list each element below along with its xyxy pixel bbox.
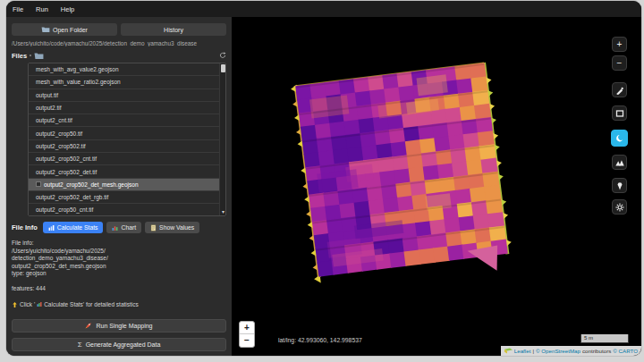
file-name: output2_crop502_det_mesh.geojson	[44, 181, 139, 188]
file-name: output2_crop502_cnt.tif	[36, 156, 97, 162]
cursor-coordinates: lat/lng: 42.993060, 142.998537	[278, 337, 362, 343]
file-row[interactable]: output2_crop502_det.tif	[29, 165, 219, 178]
gear-icon	[615, 203, 624, 212]
hint-suffix: Calculate Stats' for detailed statistics	[44, 301, 139, 307]
open-folder-label: Open Folder	[53, 27, 88, 33]
map-zoom-out-button[interactable]: −	[612, 55, 627, 71]
generate-aggregated-label: Generate Aggregated Data	[86, 341, 161, 348]
open-folder-button[interactable]: Open Folder	[12, 23, 117, 36]
contributors-text: contributors	[582, 348, 611, 354]
hint-line: Click ' Calculate Stats' for detailed st…	[12, 301, 226, 308]
settings-button[interactable]	[612, 199, 627, 215]
app-window: FileRunHelp Open Folder History /Users/y…	[6, 1, 641, 356]
files-header: Files	[12, 51, 226, 60]
file-row[interactable]: output2_crop502.tif	[29, 140, 219, 153]
file-row[interactable]: output.tif	[29, 89, 219, 102]
mesh-svg	[296, 63, 507, 276]
show-values-label: Show Values	[159, 224, 194, 231]
terrain-button[interactable]	[612, 155, 627, 170]
file-name: mesh_with_value_ratio2.geojson	[36, 79, 121, 85]
openstreetmap-link[interactable]: © OpenStreetMap	[536, 348, 580, 354]
rect-select-button[interactable]	[612, 105, 627, 121]
stats-icon	[48, 224, 55, 232]
toolbar: Open Folder History	[12, 23, 226, 36]
leaflet-flag-icon	[504, 348, 513, 354]
leaflet-zoom-out[interactable]: −	[240, 334, 254, 347]
file-name: output2_cnt.tif	[36, 117, 72, 123]
chart-button[interactable]: Chart	[106, 222, 141, 233]
map-scale-bar: 5 m	[580, 334, 629, 343]
file-name: output2_crop502_det_rgb.tif	[36, 194, 108, 200]
mesh-layer	[296, 63, 507, 276]
dark-mode-button[interactable]	[611, 130, 628, 147]
menu-item-run[interactable]: Run	[36, 5, 48, 13]
file-info-text: File info:/Users/yuichito/code/yamachu/2…	[12, 240, 226, 278]
file-info-line: type: geojson	[12, 270, 226, 278]
file-list-scrollbar[interactable]: ▾	[219, 63, 225, 215]
run-single-mapping-label: Run Single Mapping	[96, 323, 152, 329]
map-zoom-in-button[interactable]: +	[612, 37, 627, 52]
file-row[interactable]: output2_crop502_cnt.tif	[29, 153, 219, 165]
file-info-toolbar: File Info Calculate Stats Chart Show Val…	[12, 222, 226, 233]
history-button[interactable]: History	[121, 23, 226, 36]
map-canvas[interactable]: +− + − lat/lng: 42.993060, 142.998537 5 …	[232, 17, 641, 356]
history-label: History	[164, 27, 183, 33]
features-count: features: 444	[12, 285, 226, 291]
files-label: Files	[12, 52, 27, 60]
file-row[interactable]: output2_cnt.tif	[29, 114, 219, 127]
menu-item-help[interactable]: Help	[61, 5, 74, 13]
pencil-icon	[615, 86, 624, 95]
carto-link[interactable]: © CARTO	[613, 348, 638, 354]
file-row[interactable]: output2_crop502_det_rgb.tif	[29, 191, 219, 204]
menu-item-file[interactable]: File	[13, 5, 23, 13]
file-list: mesh_with_avg_value2.geojsonmesh_with_va…	[29, 63, 219, 215]
stats-icon-small	[37, 301, 42, 307]
show-values-button[interactable]: Show Values	[145, 222, 199, 233]
file-info-line: detection_demo_yamachu3_disease/	[12, 255, 226, 263]
file-row[interactable]: output2_crop50.tif	[29, 127, 219, 139]
file-list-container: mesh_with_avg_value2.geojsonmesh_with_va…	[28, 63, 226, 216]
files-folder-icon	[34, 52, 44, 60]
file-info-label: File Info	[12, 223, 38, 232]
marker-button[interactable]	[612, 178, 627, 193]
file-row[interactable]: mesh_with_value_ratio2.geojson	[29, 76, 219, 88]
file-name: output2_crop502.tif	[36, 143, 86, 149]
chart-icon	[112, 224, 118, 232]
map-attribution: Leaflet | © OpenStreetMap contributors ©…	[501, 346, 641, 356]
file-name: output2_crop50.tif	[36, 130, 82, 137]
scroll-down-arrow[interactable]: ▾	[220, 208, 226, 215]
leaflet-zoom-control: + −	[239, 321, 255, 348]
files-bullet	[30, 55, 31, 56]
map-controls: +−	[611, 37, 628, 215]
file-name: output2_crop502_det.tif	[36, 169, 97, 175]
run-single-mapping-button[interactable]: Run Single Mapping	[12, 319, 226, 333]
moon-icon	[615, 134, 624, 143]
file-name: output.tif	[36, 92, 58, 98]
generate-aggregated-button[interactable]: Σ Generate Aggregated Data	[12, 338, 226, 351]
folder-path: /Users/yuichito/code/yamachu/2025/detect…	[12, 40, 226, 46]
file-row[interactable]: output2.tif	[29, 102, 219, 114]
leaflet-link[interactable]: Leaflet	[514, 348, 531, 354]
draw-pencil-button[interactable]	[612, 82, 627, 97]
sidebar: Open Folder History /Users/yuichito/code…	[6, 17, 232, 356]
menu-bar: FileRunHelp	[6, 1, 641, 17]
mountains-icon	[615, 158, 624, 167]
file-row[interactable]: mesh_with_avg_value2.geojson	[29, 63, 219, 76]
rect-icon	[615, 109, 624, 118]
file-name: mesh_with_avg_value2.geojson	[36, 66, 119, 72]
file-info-line: File info:	[12, 240, 226, 248]
file-row[interactable]: output2_crop502_det_mesh.geojson	[29, 179, 219, 191]
folder-icon	[41, 26, 50, 33]
leaflet-zoom-in[interactable]: +	[240, 322, 254, 334]
file-name: output2.tif	[36, 105, 62, 111]
refresh-icon[interactable]	[219, 52, 226, 59]
file-row[interactable]: output2_crop50_cnt.tif	[29, 204, 219, 216]
scrollbar-thumb[interactable]	[221, 64, 225, 72]
pointer-icon	[12, 301, 18, 308]
file-info-line: output2_crop502_det_mesh.geojson	[12, 263, 226, 271]
sigma-icon: Σ	[78, 341, 82, 349]
rocket-icon	[85, 322, 92, 329]
selected-file-icon	[36, 181, 41, 187]
file-info-line: /Users/yuichito/code/yamachu/2025/	[12, 248, 226, 256]
calculate-stats-button[interactable]: Calculate Stats	[43, 222, 104, 233]
